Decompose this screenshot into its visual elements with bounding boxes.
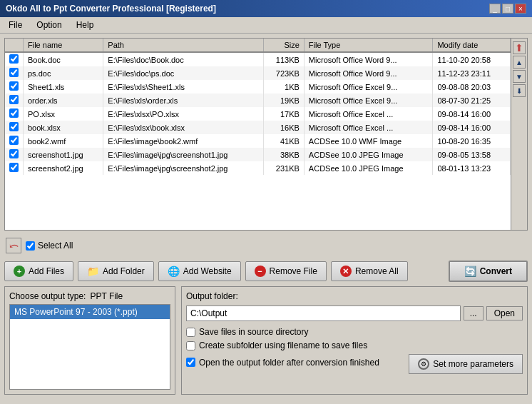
output-type-item-ppt[interactable]: MS PowerPoint 97 - 2003 (*.ppt) [10, 305, 170, 319]
save-in-source-label: Save files in source directory [199, 327, 308, 337]
file-table: File name Path Size File Type Modify dat… [5, 39, 511, 175]
minimize-button[interactable]: _ [489, 4, 501, 14]
add-website-button[interactable]: 🌐 Add Website [158, 261, 241, 281]
row-size: 1KB [263, 80, 304, 94]
create-subfolder-label: Create subfolder using filename to save … [199, 340, 367, 350]
row-date: 09-08-14 16:00 [433, 121, 511, 134]
open-after-conversion-checkbox[interactable] [186, 358, 195, 367]
select-all-checkbox[interactable] [26, 241, 35, 251]
row-checkbox[interactable] [9, 136, 19, 145]
scroll-top-button[interactable]: ⬆ [513, 41, 526, 54]
row-checkbox-cell[interactable] [5, 148, 24, 161]
open-folder-button[interactable]: Open [486, 306, 523, 320]
scroll-down-button[interactable]: ▼ [513, 70, 526, 83]
action-buttons: + Add Files 📁 Add Folder 🌐 Add Website −… [4, 261, 528, 282]
row-checkbox[interactable] [9, 108, 19, 118]
row-path: E:\Files\image\book2.wmf [103, 134, 263, 148]
row-checkbox[interactable] [9, 81, 19, 91]
row-filetype: Microsoft Office Excel 9... [304, 80, 433, 94]
create-subfolder-checkbox[interactable] [186, 341, 195, 350]
row-path: E:\Files\xlsx\book.xlsx [103, 121, 263, 134]
row-filename: PO.xlsx [24, 107, 103, 121]
file-table-wrapper[interactable]: File name Path Size File Type Modify dat… [5, 39, 511, 230]
row-checkbox-cell[interactable] [5, 80, 24, 94]
row-date: 09-08-14 16:00 [433, 107, 511, 121]
table-row: order.xls E:\Files\xls\order.xls 19KB Mi… [5, 94, 511, 107]
row-filename: book.xlsx [24, 121, 103, 134]
lower-section: Choose output type: PPT File MS PowerPoi… [4, 286, 528, 395]
back-button[interactable]: ⤺ [6, 238, 21, 253]
remove-file-button[interactable]: − Remove File [245, 261, 327, 281]
row-filename: Sheet1.xls [24, 80, 103, 94]
menu-help[interactable]: Help [71, 19, 100, 31]
row-checkbox[interactable] [9, 95, 19, 104]
main-content: File name Path Size File Type Modify dat… [0, 34, 532, 399]
remove-all-label: Remove All [355, 266, 399, 276]
scroll-buttons: ⬆ ▲ ▼ ⬇ [511, 39, 527, 230]
row-filetype: ACDSee 10.0 JPEG Image [304, 161, 433, 175]
add-website-icon: 🌐 [168, 266, 180, 277]
browse-button[interactable]: ... [464, 306, 484, 320]
open-after-conversion-row: Open the output folder after conversion … [186, 358, 379, 368]
col-path: Path [103, 39, 263, 52]
set-more-params-button[interactable]: ⚙ Set more parameters [409, 354, 523, 374]
row-filename: screenshot2.jpg [24, 161, 103, 175]
row-size: 723KB [263, 66, 304, 80]
window-controls: _ □ × [489, 4, 526, 14]
row-checkbox-cell[interactable] [5, 134, 24, 148]
row-size: 17KB [263, 107, 304, 121]
row-path: E:\Files\xlsx\PO.xlsx [103, 107, 263, 121]
row-filetype: Microsoft Office Word 9... [304, 66, 433, 80]
gear-icon: ⚙ [418, 358, 429, 370]
row-filename: ps.doc [24, 66, 103, 80]
row-checkbox[interactable] [9, 68, 19, 77]
add-folder-button[interactable]: 📁 Add Folder [78, 261, 154, 281]
output-type-list[interactable]: MS PowerPoint 97 - 2003 (*.ppt) [9, 304, 170, 390]
row-checkbox[interactable] [9, 149, 19, 158]
row-checkbox[interactable] [9, 54, 19, 64]
folder-path-input[interactable] [186, 305, 461, 321]
col-date: Modify date [433, 39, 511, 52]
scroll-bottom-button[interactable]: ⬇ [513, 84, 526, 97]
row-checkbox-cell[interactable] [5, 66, 24, 80]
add-files-button[interactable]: + Add Files [4, 261, 73, 281]
save-in-source-row: Save files in source directory [186, 327, 523, 337]
open-after-conversion-label: Open the output folder after conversion … [199, 358, 379, 368]
close-button[interactable]: × [515, 4, 526, 14]
row-checkbox[interactable] [9, 122, 19, 131]
row-path: E:\Files\doc\ps.doc [103, 66, 263, 80]
col-size: Size [263, 39, 304, 52]
row-checkbox[interactable] [9, 163, 19, 172]
app-title: Okdo All to Ppt Converter Professional [… [6, 4, 216, 14]
params-label: Set more parameters [433, 359, 513, 369]
row-size: 38KB [263, 148, 304, 161]
row-filename: Book.doc [24, 52, 103, 66]
row-checkbox-cell[interactable] [5, 52, 24, 66]
convert-button[interactable]: 🔄 Convert [449, 261, 528, 282]
row-size: 19KB [263, 94, 304, 107]
menu-file[interactable]: File [3, 19, 28, 31]
row-checkbox-cell[interactable] [5, 107, 24, 121]
row-date: 08-07-30 21:25 [433, 94, 511, 107]
row-size: 113KB [263, 52, 304, 66]
output-type-value: PPT File [90, 291, 123, 301]
row-path: E:\Files\image\jpg\screenshot2.jpg [103, 161, 263, 175]
select-all-container: Select All [26, 241, 73, 251]
save-in-source-checkbox[interactable] [186, 328, 195, 337]
output-type-box: Choose output type: PPT File MS PowerPoi… [4, 286, 175, 395]
menu-option[interactable]: Option [31, 19, 67, 31]
row-size: 16KB [263, 121, 304, 134]
remove-file-label: Remove File [270, 266, 317, 276]
row-checkbox-cell[interactable] [5, 161, 24, 175]
row-checkbox-cell[interactable] [5, 94, 24, 107]
convert-icon: 🔄 [464, 266, 476, 277]
row-path: E:\Files\doc\Book.doc [103, 52, 263, 66]
table-row: PO.xlsx E:\Files\xlsx\PO.xlsx 17KB Micro… [5, 107, 511, 121]
row-checkbox-cell[interactable] [5, 121, 24, 134]
scroll-up-button[interactable]: ▲ [513, 56, 526, 69]
table-row: screenshot2.jpg E:\Files\image\jpg\scree… [5, 161, 511, 175]
remove-all-button[interactable]: ✕ Remove All [331, 261, 408, 281]
table-row: Book.doc E:\Files\doc\Book.doc 113KB Mic… [5, 52, 511, 66]
col-checkbox [5, 39, 24, 52]
maximize-button[interactable]: □ [502, 4, 513, 14]
